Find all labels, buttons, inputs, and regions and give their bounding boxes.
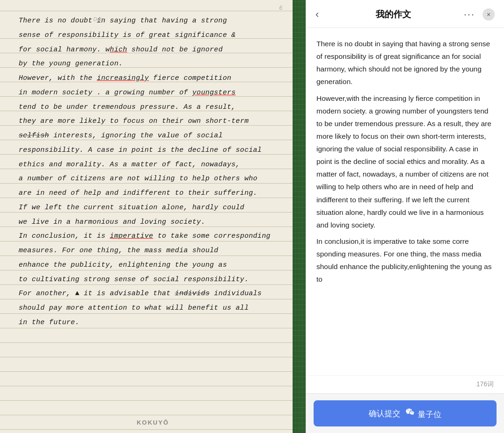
underlined-increasingly: increasingly <box>97 74 149 82</box>
strikethrough-individuals: individs <box>175 290 210 298</box>
app-footer: 确认提交 量子位 <box>306 393 504 433</box>
underlined-youngsters: youngsters <box>192 89 236 97</box>
notebook-panel: 6 Date There is no doubt in saying that … <box>0 0 306 433</box>
translated-content: There is no doubt in saying that having … <box>306 28 504 375</box>
header-right: ··· × <box>464 8 495 21</box>
watermark: KOKUYŌ <box>137 419 169 426</box>
app-panel: ‹ 我的作文 ··· × There is no doubt in saying… <box>306 0 504 433</box>
page-number: 6 <box>279 5 282 11</box>
short-term: short-term <box>205 117 249 125</box>
submit-button[interactable]: 确认提交 量子位 <box>314 400 497 426</box>
wechat-icon <box>405 407 415 417</box>
wechat-brand-area: 量子位 <box>405 407 441 420</box>
close-button[interactable]: × <box>483 8 495 21</box>
brand-label: 量子位 <box>418 410 441 419</box>
submit-label: 确认提交 <box>369 408 400 419</box>
app-header: ‹ 我的作文 ··· × <box>306 0 504 28</box>
strikethrough-word: selfish <box>19 132 49 140</box>
translated-text: There is no doubt in saying that having … <box>316 37 494 285</box>
more-button[interactable]: ··· <box>464 8 475 21</box>
page-title: 我的作文 <box>376 8 411 21</box>
word-count: 176词 <box>306 375 504 393</box>
underlined-imperative: imperative <box>110 232 153 240</box>
back-button[interactable]: ‹ <box>315 8 319 21</box>
handwritten-content: There is no doubt in saying that having … <box>0 0 306 340</box>
header-left: ‹ <box>315 8 323 21</box>
date-label: Date <box>93 16 104 22</box>
underlined-which: hich <box>110 46 127 54</box>
